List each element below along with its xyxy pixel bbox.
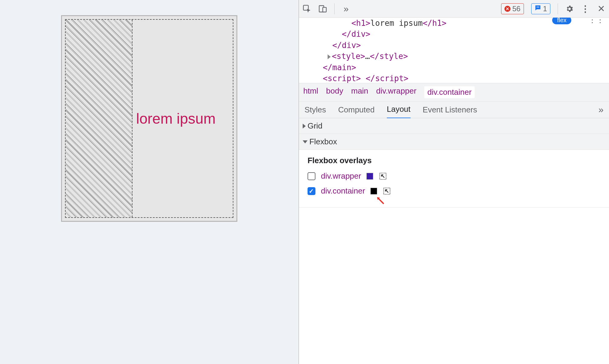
annotation-arrow [376, 196, 384, 204]
heading-text: lorem ipsum [136, 110, 215, 127]
crumb-container[interactable]: div.container [424, 86, 475, 98]
toolbar-separator [334, 3, 335, 14]
overlay-checkbox-wrapper[interactable] [308, 172, 315, 180]
inspect-icon[interactable] [303, 5, 311, 13]
collapse-triangle-icon[interactable] [328, 54, 331, 59]
reveal-icon[interactable] [383, 187, 391, 195]
close-icon[interactable]: ✕ [597, 5, 605, 13]
kebab-icon[interactable]: ⋮ [581, 5, 590, 13]
devtools-panel: » ✕ 56 1 ⋮ ✕ flex ⋮⋮ <h1>lorem ipsum</h1… [298, 0, 609, 364]
message-count: 1 [543, 5, 547, 13]
tab-layout[interactable]: Layout [387, 101, 411, 119]
tabs-overflow-icon[interactable]: » [342, 5, 350, 13]
breadcrumb: html body main div.wrapper div.container [299, 83, 609, 101]
editor-overflow: flex ⋮⋮ [552, 18, 604, 24]
flexbox-overlays-body: Flexbox overlays div.wrapper div.contain… [299, 150, 609, 208]
page-viewport: lorem ipsum [0, 0, 298, 364]
overlay-checkbox-container[interactable] [308, 187, 315, 195]
grid-section-header[interactable]: Grid [299, 118, 609, 134]
tab-computed[interactable]: Computed [338, 101, 375, 118]
devtools-toolbar: » ✕ 56 1 ⋮ ✕ [299, 0, 609, 18]
flexbox-section-header[interactable]: Flexbox [299, 134, 609, 150]
svg-rect-3 [536, 7, 539, 7]
crumb-html[interactable]: html [303, 86, 318, 98]
flex-item: lorem ipsum [132, 20, 233, 217]
toolbar-separator [558, 3, 558, 14]
flex-badge[interactable]: flex [552, 18, 571, 24]
expand-triangle-icon [303, 140, 308, 143]
svg-rect-2 [323, 7, 326, 12]
elements-source[interactable]: flex ⋮⋮ <h1>lorem ipsum</h1> </div> </di… [299, 18, 609, 83]
color-swatch-wrapper[interactable] [366, 173, 373, 180]
tab-styles[interactable]: Styles [304, 101, 326, 118]
overlay-label-container[interactable]: div.container [321, 186, 365, 196]
message-icon [535, 5, 541, 13]
subtabs-overflow-icon[interactable]: » [598, 105, 604, 115]
flex-hatching [66, 20, 132, 217]
errors-pill[interactable]: ✕ 56 [501, 3, 524, 14]
overlay-row-container: div.container [308, 186, 600, 196]
flexbox-overlays-title: Flexbox overlays [308, 156, 600, 165]
overlay-row-wrapper: div.wrapper [308, 171, 600, 181]
device-mode-icon[interactable] [318, 5, 327, 13]
error-count: 56 [512, 5, 521, 13]
wrapper-box: lorem ipsum [61, 15, 237, 222]
crumb-wrapper[interactable]: div.wrapper [376, 86, 416, 98]
reveal-icon[interactable] [379, 172, 387, 180]
flexbox-section-label: Flexbox [309, 137, 337, 146]
color-swatch-container[interactable] [370, 188, 377, 194]
messages-pill[interactable]: 1 [531, 3, 550, 14]
subtab-bar: Styles Computed Layout Event Listeners » [299, 101, 609, 118]
grid-section-label: Grid [308, 121, 322, 131]
container-box: lorem ipsum [65, 19, 233, 218]
settings-icon[interactable] [565, 5, 574, 13]
overlay-label-wrapper[interactable]: div.wrapper [321, 171, 361, 181]
crumb-main[interactable]: main [351, 86, 368, 98]
error-icon: ✕ [504, 6, 511, 12]
collapse-triangle-icon [303, 124, 306, 129]
crumb-body[interactable]: body [326, 86, 343, 98]
tab-event-listeners[interactable]: Event Listeners [423, 101, 477, 118]
